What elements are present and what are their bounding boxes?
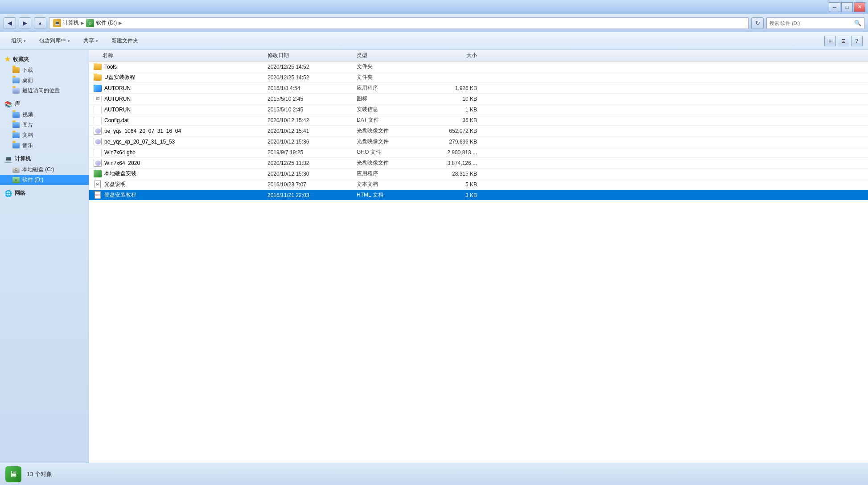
file-name-cell: txt 光盘说明 — [89, 181, 267, 188]
sidebar-library-section: 📚 库 视频 图片 文档 — [0, 99, 89, 151]
share-arrow: ▾ — [96, 39, 98, 43]
file-type-icon — [94, 85, 102, 92]
view-options-button[interactable]: ≡ — [824, 36, 836, 46]
sidebar-item-desktop[interactable]: 桌面 — [0, 75, 89, 86]
file-rows-container: Tools 2020/12/25 14:52 文件夹 U盘安装教程 2020/1… — [89, 62, 868, 201]
sidebar-favorites-header[interactable]: ★ 收藏夹 — [0, 53, 89, 65]
file-name: AUTORUN — [104, 85, 131, 91]
file-name-cell: pe_yqs_1064_20_07_31_16_04 — [89, 127, 267, 135]
music-label: 音乐 — [22, 142, 33, 149]
file-date: 2016/1/8 4:54 — [267, 85, 357, 91]
table-row[interactable]: pe_yqs_xp_20_07_31_15_53 2020/10/12 15:3… — [89, 136, 868, 147]
address-path[interactable]: 💻 计算机 ▶ D 软件 (D:) ▶ — [49, 17, 749, 29]
table-row[interactable]: U盘安装教程 2020/12/25 14:52 文件夹 — [89, 72, 868, 83]
file-type: 应用程序 — [357, 170, 424, 177]
sidebar-item-music[interactable]: 音乐 — [0, 140, 89, 151]
table-row[interactable]: AUTORUN 2016/1/8 4:54 应用程序 1,926 KB — [89, 83, 868, 94]
file-type: 光盘映像文件 — [357, 127, 424, 135]
sidebar-item-image[interactable]: 图片 — [0, 120, 89, 130]
file-name-cell: Tools — [89, 63, 267, 70]
col-header-date[interactable]: 修改日期 — [267, 52, 357, 59]
sidebar-item-drive-d[interactable]: D 软件 (D:) — [0, 175, 89, 185]
file-type-icon — [94, 127, 102, 135]
file-type-icon — [94, 138, 102, 145]
sidebar-item-drive-c[interactable]: C 本地磁盘 (C:) — [0, 164, 89, 175]
desktop-label: 桌面 — [22, 77, 33, 84]
col-header-type[interactable]: 类型 — [357, 52, 424, 59]
table-row[interactable]: 本地硬盘安装 2020/10/12 15:30 应用程序 28,315 KB — [89, 169, 868, 179]
maximize-button[interactable]: □ — [841, 2, 853, 12]
sidebar: ★ 收藏夹 下载 桌面 最近访问的位置 — [0, 50, 89, 463]
new-folder-label: 新建文件夹 — [111, 37, 138, 45]
file-name: Config.dat — [104, 117, 129, 123]
file-name-cell: AUTORUN — [89, 85, 267, 92]
table-row[interactable]: Win7x64.gho 2019/9/7 19:25 GHO 文件 2,900,… — [89, 147, 868, 158]
file-size: 652,072 KB — [424, 128, 490, 134]
col-header-name[interactable]: 名称 — [89, 52, 267, 59]
search-input[interactable] — [769, 21, 852, 26]
table-row[interactable]: pe_yqs_1064_20_07_31_16_04 2020/10/12 15… — [89, 126, 868, 136]
view-toggle-button[interactable]: ⊟ — [838, 36, 849, 46]
table-row[interactable]: Win7x64_2020 2020/12/25 11:32 光盘映像文件 3,8… — [89, 158, 868, 169]
table-row[interactable]: txt 光盘说明 2016/10/23 7:07 文本文档 5 KB — [89, 179, 868, 190]
file-type: DAT 文件 — [357, 116, 424, 124]
path-drive-icon: D — [86, 19, 94, 27]
file-name: U盘安装教程 — [104, 74, 135, 81]
favorites-label: 收藏夹 — [13, 56, 29, 63]
col-header-size[interactable]: 大小 — [424, 52, 490, 59]
sidebar-library-header[interactable]: 📚 库 — [0, 99, 89, 110]
file-date: 2019/9/7 19:25 — [267, 149, 357, 156]
file-type-icon — [94, 117, 102, 124]
forward-button[interactable]: ▶ — [19, 17, 31, 29]
sidebar-network-header[interactable]: 🌐 网络 — [0, 188, 89, 199]
file-list-header: 名称 修改日期 类型 大小 — [89, 50, 868, 62]
file-date: 2020/10/12 15:42 — [267, 117, 357, 123]
file-size: 1 KB — [424, 107, 490, 113]
table-row[interactable]: 🖼 AUTORUN 2015/5/10 2:45 图标 10 KB — [89, 94, 868, 104]
search-icon[interactable]: 🔍 — [854, 20, 861, 26]
back-button[interactable]: ◀ — [4, 17, 16, 29]
file-type-icon — [94, 160, 102, 167]
include-library-button[interactable]: 包含到库中 ▾ — [33, 35, 76, 47]
file-date: 2020/12/25 14:52 — [267, 74, 357, 81]
organize-button[interactable]: 组织 ▾ — [5, 35, 32, 47]
sidebar-computer-header[interactable]: 💻 计算机 — [0, 153, 89, 164]
drive-c-icon: C — [12, 166, 20, 173]
sidebar-item-doc[interactable]: 文档 — [0, 130, 89, 140]
file-date: 2020/12/25 14:52 — [267, 64, 357, 70]
sidebar-item-video[interactable]: 视频 — [0, 110, 89, 120]
path-separator-1: ▶ — [81, 21, 84, 25]
status-bar: 🖥 13 个对象 — [0, 463, 868, 485]
file-type: 文本文档 — [357, 181, 424, 188]
file-type: HTML 文档 — [357, 191, 424, 199]
file-date: 2015/5/10 2:45 — [267, 96, 357, 102]
table-row[interactable]: Tools 2020/12/25 14:52 文件夹 — [89, 62, 868, 72]
sidebar-item-recent[interactable]: 最近访问的位置 — [0, 86, 89, 96]
file-name-cell: 🖼 AUTORUN — [89, 95, 267, 103]
share-button[interactable]: 共享 ▾ — [78, 35, 104, 47]
new-folder-button[interactable]: 新建文件夹 — [106, 35, 144, 47]
file-size: 36 KB — [424, 117, 490, 123]
desktop-icon — [12, 77, 20, 84]
file-size: 3,874,126 ... — [424, 160, 490, 166]
file-name-cell: Config.dat — [89, 117, 267, 124]
file-list: 名称 修改日期 类型 大小 Tools 2020/12/25 14:52 文件夹… — [89, 50, 868, 463]
table-row[interactable]: Config.dat 2020/10/12 15:42 DAT 文件 36 KB — [89, 115, 868, 126]
library-label: 库 — [15, 100, 20, 108]
table-row[interactable]: AUTORUN 2015/5/10 2:45 安装信息 1 KB — [89, 104, 868, 115]
favorites-star-icon: ★ — [4, 55, 10, 63]
help-button[interactable]: ? — [851, 36, 863, 46]
up-button[interactable]: ▲ — [34, 17, 46, 29]
file-name-cell: Win7x64.gho — [89, 149, 267, 156]
file-type-icon — [94, 170, 102, 177]
toolbar-right: ≡ ⊟ ? — [824, 36, 863, 46]
file-type-icon — [94, 106, 102, 113]
minimize-button[interactable]: ─ — [829, 2, 840, 12]
table-row[interactable]: htm 硬盘安装教程 2016/11/21 22:03 HTML 文档 3 KB — [89, 190, 868, 201]
file-name: 硬盘安装教程 — [104, 191, 136, 199]
refresh-button[interactable]: ↻ — [751, 17, 764, 29]
path-computer: 计算机 — [63, 19, 79, 27]
close-button[interactable]: ✕ — [854, 2, 865, 12]
sidebar-item-download[interactable]: 下载 — [0, 65, 89, 75]
file-date: 2020/10/12 15:41 — [267, 128, 357, 134]
